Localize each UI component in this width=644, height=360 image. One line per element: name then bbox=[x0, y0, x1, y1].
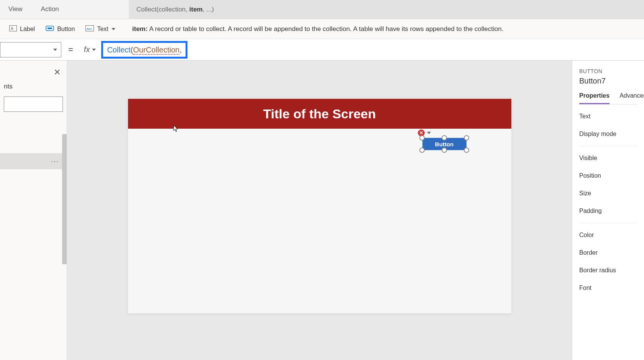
signature-prefix: Collect(collection, bbox=[136, 6, 189, 13]
param-name: item: bbox=[132, 25, 148, 33]
tree-item-selected[interactable]: ··· bbox=[0, 153, 67, 169]
svg-text:Abc: Abc bbox=[87, 27, 92, 31]
tab-advanced[interactable]: Advanced bbox=[619, 92, 644, 104]
signature-suffix: , ...) bbox=[203, 6, 214, 13]
tree-view-header: ✕ bbox=[0, 61, 67, 80]
formula-arg1: OurCollection bbox=[133, 46, 179, 55]
resize-handle-tr[interactable] bbox=[464, 135, 469, 141]
properties-tabs: Properties Advanced bbox=[579, 92, 637, 105]
close-icon[interactable]: ✕ bbox=[54, 67, 61, 77]
screen-title-label[interactable]: Title of the Screen bbox=[263, 106, 376, 121]
prop-display-mode[interactable]: Display mode bbox=[579, 125, 637, 143]
equals-sign: = bbox=[61, 45, 80, 55]
text-input-icon: Abc bbox=[85, 25, 94, 33]
insert-label-text: Label bbox=[20, 26, 35, 33]
insert-button-button[interactable]: Button bbox=[40, 22, 80, 36]
chevron-down-icon bbox=[53, 49, 57, 51]
prop-font[interactable]: Font bbox=[579, 279, 637, 297]
resize-handle-bl[interactable] bbox=[419, 147, 425, 153]
app-screen[interactable]: Title of the Screen ✕ Button bbox=[128, 99, 511, 313]
tab-properties[interactable]: Properties bbox=[579, 92, 610, 104]
chevron-down-icon[interactable] bbox=[427, 129, 431, 136]
insert-label-button[interactable]: A Label bbox=[4, 22, 40, 36]
ellipsis-icon[interactable]: ··· bbox=[51, 157, 59, 165]
properties-panel: BUTTON Button7 Properties Advanced Text … bbox=[572, 61, 644, 360]
intellisense-signature-text: Collect(collection, item, ...) bbox=[136, 6, 214, 13]
selected-control-button[interactable]: ✕ Button bbox=[419, 136, 469, 152]
insert-ribbon: A Label Button Abc Text item: A record o… bbox=[0, 19, 644, 39]
formula-function: Collect bbox=[107, 46, 130, 54]
canvas-area[interactable]: Title of the Screen ✕ Button bbox=[67, 61, 572, 360]
divider bbox=[579, 146, 637, 146]
chevron-down-icon bbox=[112, 28, 115, 30]
button-icon bbox=[46, 25, 54, 33]
resize-handle-tl[interactable] bbox=[419, 135, 425, 141]
svg-rect-3 bbox=[48, 28, 52, 29]
prop-text[interactable]: Text bbox=[579, 108, 637, 125]
insert-button-text: Button bbox=[57, 26, 75, 33]
insert-text-dropdown[interactable]: Abc Text bbox=[80, 22, 120, 36]
selection-handles: Button bbox=[419, 136, 469, 152]
formula-code: Collect(OurCollection, bbox=[107, 45, 182, 54]
chevron-down-icon bbox=[92, 49, 96, 51]
tree-search-input[interactable] bbox=[4, 97, 63, 112]
tree-view-pane: ✕ nts ··· bbox=[0, 61, 67, 360]
prop-color[interactable]: Color bbox=[579, 226, 637, 244]
fx-button[interactable]: fx bbox=[80, 45, 100, 54]
param-desc: A record or table to collect. A record w… bbox=[148, 25, 503, 33]
screen-header[interactable]: Title of the Screen bbox=[128, 99, 511, 129]
control-name[interactable]: Button7 bbox=[579, 77, 637, 85]
resize-handle-bm[interactable] bbox=[442, 147, 447, 153]
property-selector-dropdown[interactable] bbox=[0, 42, 61, 57]
prop-size[interactable]: Size bbox=[579, 185, 637, 202]
prop-border[interactable]: Border bbox=[579, 244, 637, 262]
prop-position[interactable]: Position bbox=[579, 167, 637, 185]
prop-border-radius[interactable]: Border radius bbox=[579, 262, 637, 279]
formula-comma: , bbox=[179, 46, 182, 54]
svg-text:A: A bbox=[11, 26, 13, 31]
cursor-icon bbox=[173, 125, 179, 134]
main-area: ✕ nts ··· Title of the Screen ✕ Button bbox=[0, 61, 644, 360]
prop-padding[interactable]: Padding bbox=[579, 202, 637, 220]
tree-scrollbar[interactable] bbox=[62, 134, 67, 264]
resize-handle-tm[interactable] bbox=[442, 135, 447, 141]
tree-view-heading: nts bbox=[0, 80, 67, 93]
tab-view[interactable]: View bbox=[0, 0, 31, 19]
formula-bar: = fx Collect(OurCollection, bbox=[0, 39, 644, 61]
intellisense-param-description: item: A record or table to collect. A re… bbox=[125, 25, 640, 33]
intellisense-signature-bar: Collect(collection, item, ...) bbox=[129, 0, 644, 19]
top-tab-bar: View Action Collect(collection, item, ..… bbox=[0, 0, 644, 19]
signature-current-arg: item bbox=[189, 6, 203, 13]
label-icon: A bbox=[9, 25, 17, 33]
control-type-caption: BUTTON bbox=[579, 68, 637, 74]
formula-input[interactable]: Collect(OurCollection, bbox=[101, 41, 187, 59]
resize-handle-br[interactable] bbox=[464, 147, 469, 153]
fx-icon: fx bbox=[84, 45, 90, 54]
tab-action[interactable]: Action bbox=[33, 0, 67, 19]
insert-text-label: Text bbox=[97, 26, 108, 33]
prop-visible[interactable]: Visible bbox=[579, 149, 637, 167]
divider bbox=[579, 223, 637, 223]
